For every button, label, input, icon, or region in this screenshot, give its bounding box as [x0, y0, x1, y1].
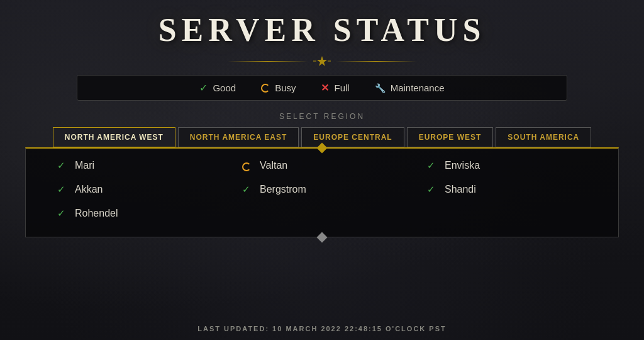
server-status-icon: ✓	[242, 184, 253, 195]
server-panel: ✓MariValtan✓Enviska✓Akkan✓Bergstrom✓Shan…	[25, 147, 619, 237]
page-wrapper: SERVER STATUS ✓ Good Busy ✕ Full 🔧 Maint…	[0, 0, 644, 340]
server-name: Akkan	[75, 184, 103, 195]
check-icon: ✓	[57, 160, 65, 171]
legend-maintenance-label: Maintenance	[391, 82, 445, 93]
legend-busy-label: Busy	[275, 82, 296, 93]
server-entry: ✓Rohendel	[45, 201, 230, 225]
divider-ornament	[228, 55, 416, 67]
legend-full-label: Full	[334, 82, 349, 93]
server-entry: ✓Enviska	[414, 154, 599, 178]
server-entry	[414, 201, 599, 225]
server-name: Shandi	[445, 184, 476, 195]
server-name: Rohendel	[75, 208, 118, 219]
legend-bar: ✓ Good Busy ✕ Full 🔧 Maintenance	[77, 75, 567, 101]
server-entry: ✓Mari	[45, 154, 230, 178]
server-name: Valtan	[260, 160, 287, 171]
legend-full: ✕ Full	[321, 82, 349, 94]
check-icon: ✓	[427, 184, 435, 195]
select-region-label: SELECT REGION	[279, 112, 365, 121]
server-entry: ✓Bergstrom	[230, 178, 414, 201]
server-grid: ✓MariValtan✓Enviska✓Akkan✓Bergstrom✓Shan…	[45, 149, 599, 230]
check-icon: ✓	[427, 160, 435, 171]
full-icon: ✕	[321, 82, 329, 94]
server-status-icon: ✓	[57, 160, 69, 171]
server-entry: Valtan	[230, 154, 414, 178]
page-title: SERVER STATUS	[158, 11, 486, 48]
server-status-icon: ✓	[427, 184, 438, 195]
legend-good: ✓ Good	[199, 82, 236, 94]
region-tab-sa[interactable]: SOUTH AMERICA	[496, 127, 591, 147]
diamond-bottom	[317, 232, 328, 243]
legend-maintenance: 🔧 Maintenance	[375, 82, 445, 93]
footer: LAST UPDATED: 10 MARCH 2022 22:48:15 O'C…	[197, 320, 446, 332]
legend-good-label: Good	[213, 82, 236, 93]
server-status-icon: ✓	[57, 208, 69, 219]
divider-line-left	[228, 61, 308, 62]
divider-line-right	[336, 61, 416, 62]
server-name: Mari	[75, 160, 94, 171]
maintenance-icon: 🔧	[375, 83, 386, 93]
busy-icon	[261, 84, 270, 93]
server-entry: ✓Shandi	[414, 178, 599, 201]
busy-status-icon	[242, 162, 251, 171]
region-tab-na-west[interactable]: NORTH AMERICA WEST	[53, 127, 175, 147]
server-status-icon: ✓	[57, 184, 69, 195]
server-status-icon: ✓	[427, 160, 438, 171]
region-tab-eu-central[interactable]: EUROPE CENTRAL	[301, 127, 404, 147]
legend-busy: Busy	[261, 82, 296, 93]
server-entry	[230, 201, 414, 225]
region-tab-na-east[interactable]: NORTH AMERICA EAST	[178, 127, 299, 147]
server-entry: ✓Akkan	[45, 178, 230, 201]
server-name: Enviska	[445, 160, 480, 171]
check-icon: ✓	[57, 184, 65, 195]
region-tab-eu-west[interactable]: EUROPE WEST	[407, 127, 494, 147]
ornament-icon	[313, 55, 331, 67]
check-icon: ✓	[242, 184, 250, 195]
server-name: Bergstrom	[260, 184, 306, 195]
good-icon: ✓	[199, 82, 208, 94]
check-icon: ✓	[57, 208, 65, 218]
server-status-icon	[242, 160, 253, 171]
